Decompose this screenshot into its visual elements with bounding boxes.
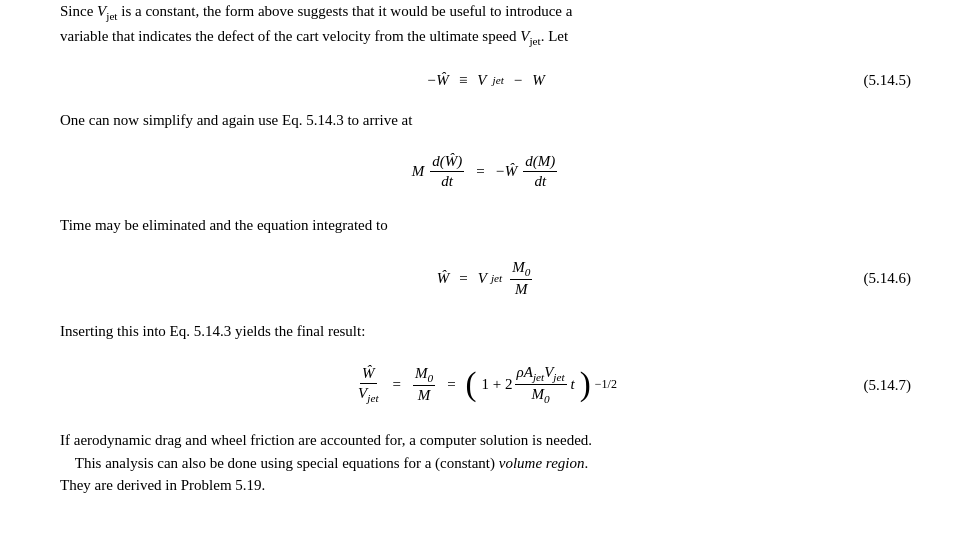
para5-indent: This analysis can also be done using spe… xyxy=(60,455,588,471)
eq4-content: Ŵ Vjet = M0 M = ( 1 + 2 ρAjetVjet M0 t )… xyxy=(354,364,617,405)
para2-text: One can now simplify and again use Eq. 5… xyxy=(60,112,412,128)
para4-text: Inserting this into Eq. 5.14.3 yields th… xyxy=(60,323,365,339)
paragraph-5: If aerodynamic drag and wheel friction a… xyxy=(60,429,911,497)
eq1-content: −Ŵ ≡ Vjet − W xyxy=(426,72,544,89)
para1-line2: variable that indicates the defect of th… xyxy=(60,28,568,44)
para5-line1: If aerodynamic drag and wheel friction a… xyxy=(60,432,592,448)
eq4-label: (5.14.7) xyxy=(864,376,912,393)
eq3-label: (5.14.6) xyxy=(864,270,912,287)
equation-5-14-7: Ŵ Vjet = M0 M = ( 1 + 2 ρAjetVjet M0 t )… xyxy=(60,356,911,413)
para3-text: Time may be eliminated and the equation … xyxy=(60,217,388,233)
equation-2: M d(Ŵ) dt = −Ŵ d(M) dt xyxy=(60,145,911,198)
para5-line3: They are derived in Problem 5.19. xyxy=(60,477,265,493)
paragraph-2: One can now simplify and again use Eq. 5… xyxy=(60,109,911,132)
eq3-content: Ŵ = Vjet M0 M xyxy=(437,259,535,298)
paragraph-1: Since Vjet is a constant, the form above… xyxy=(60,0,911,50)
equation-5-14-6: Ŵ = Vjet M0 M (5.14.6) xyxy=(60,251,911,306)
para1-text: Since Vjet is a constant, the form above… xyxy=(60,3,572,19)
paragraph-3: Time may be eliminated and the equation … xyxy=(60,214,911,237)
equation-5-14-5: −Ŵ ≡ Vjet − W (5.14.5) xyxy=(60,64,911,97)
eq2-content: M d(Ŵ) dt = −Ŵ d(M) dt xyxy=(412,153,560,190)
paragraph-4: Inserting this into Eq. 5.14.3 yields th… xyxy=(60,320,911,343)
para5-italic: volume region xyxy=(499,455,585,471)
main-content: Since Vjet is a constant, the form above… xyxy=(60,0,911,497)
eq1-label: (5.14.5) xyxy=(864,72,912,89)
